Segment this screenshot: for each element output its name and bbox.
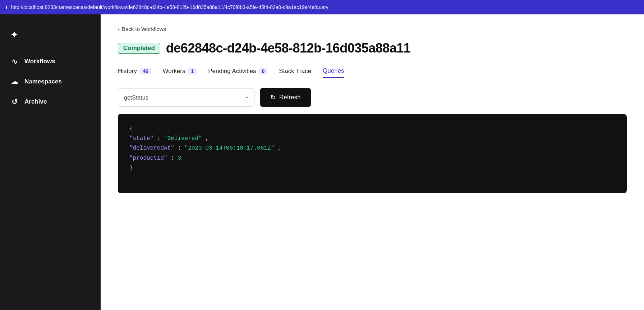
json-open-brace: { <box>129 124 615 134</box>
sidebar-item-label-archive: Archive <box>24 98 47 105</box>
sidebar-item-label-namespaces: Namespaces <box>24 78 62 85</box>
sidebar-logo: ✦ <box>0 23 101 52</box>
json-productid-key: "productId" <box>129 155 167 161</box>
json-comma-1: , <box>205 135 209 142</box>
query-controls: getStatus ↻ Refresh <box>118 88 627 107</box>
tab-stack-trace-label: Stack Trace <box>279 68 311 75</box>
tab-pending-activities[interactable]: Pending Activities 0 <box>208 68 267 78</box>
title-row: Completed de62848c-d24b-4e58-812b-16d035… <box>118 41 627 56</box>
workflow-id: de62848c-d24b-4e58-812b-16d035a88a11 <box>166 41 410 56</box>
sidebar: ✦ ∿ Workflows ☁ Namespaces ↺ Archive <box>0 14 101 310</box>
sidebar-item-namespaces[interactable]: ☁ Namespaces <box>0 72 101 91</box>
query-select[interactable]: getStatus <box>118 88 254 107</box>
refresh-button[interactable]: ↻ Refresh <box>260 88 311 107</box>
back-chevron-icon: ‹ <box>118 26 120 32</box>
sidebar-item-workflows[interactable]: ∿ Workflows <box>0 52 101 71</box>
tab-workers[interactable]: Workers 1 <box>162 68 197 78</box>
json-productid-value: 3 <box>178 155 181 161</box>
tab-queries-label: Queries <box>323 67 344 74</box>
json-deliveredat-key: "deliveredAt" <box>129 145 174 151</box>
back-label: Back to Workflows <box>122 26 166 32</box>
sidebar-item-archive[interactable]: ↺ Archive <box>0 92 101 111</box>
json-state-value: "Delivered" <box>164 135 202 142</box>
json-state-line: "state" : "Delivered" , <box>129 134 615 143</box>
json-colon-1: : <box>157 135 164 142</box>
tab-workers-badge: 1 <box>188 68 197 74</box>
tab-pending-activities-badge: 0 <box>259 68 268 74</box>
namespaces-icon: ☁ <box>10 77 19 86</box>
tab-workers-label: Workers <box>162 68 185 75</box>
workflows-icon: ∿ <box>10 57 19 66</box>
status-badge: Completed <box>118 43 160 54</box>
logo-icon: ✦ <box>10 29 18 40</box>
url-text: http://localhost:8233/namespaces/default… <box>11 4 328 10</box>
tab-pending-activities-label: Pending Activities <box>208 68 256 75</box>
archive-icon: ↺ <box>10 97 19 106</box>
json-colon-2: : <box>178 145 184 151</box>
tab-stack-trace[interactable]: Stack Trace <box>279 68 311 78</box>
json-productid-line: "productId" : 3 <box>129 154 615 163</box>
refresh-label: Refresh <box>279 94 301 101</box>
json-close-brace: } <box>129 163 615 173</box>
info-icon: i <box>6 4 7 10</box>
refresh-icon: ↻ <box>270 94 276 101</box>
json-comma-2: , <box>278 145 281 151</box>
tab-queries[interactable]: Queries <box>323 67 344 78</box>
tabs-row: History 46 Workers 1 Pending Activities … <box>118 67 627 78</box>
json-output: { "state" : "Delivered" , "deliveredAt" … <box>118 114 627 193</box>
json-deliveredat-line: "deliveredAt" : "2023-03-14T06:18:17.061… <box>129 143 615 153</box>
json-deliveredat-value: "2023-03-14T06:18:17.061Z" <box>185 145 275 151</box>
main-content: ‹ Back to Workflows Completed de62848c-d… <box>101 14 644 310</box>
tab-history-label: History <box>118 68 137 75</box>
tab-history[interactable]: History 46 <box>118 68 151 78</box>
app-body: ✦ ∿ Workflows ☁ Namespaces ↺ Archive ‹ B… <box>0 14 644 310</box>
back-link[interactable]: ‹ Back to Workflows <box>118 26 627 32</box>
json-colon-3: : <box>171 155 178 161</box>
tab-history-badge: 46 <box>140 68 151 74</box>
json-state-key: "state" <box>129 135 153 142</box>
url-bar: i http://localhost:8233/namespaces/defau… <box>0 0 644 14</box>
sidebar-nav: ∿ Workflows ☁ Namespaces ↺ Archive <box>0 52 101 111</box>
sidebar-item-label-workflows: Workflows <box>24 58 55 65</box>
